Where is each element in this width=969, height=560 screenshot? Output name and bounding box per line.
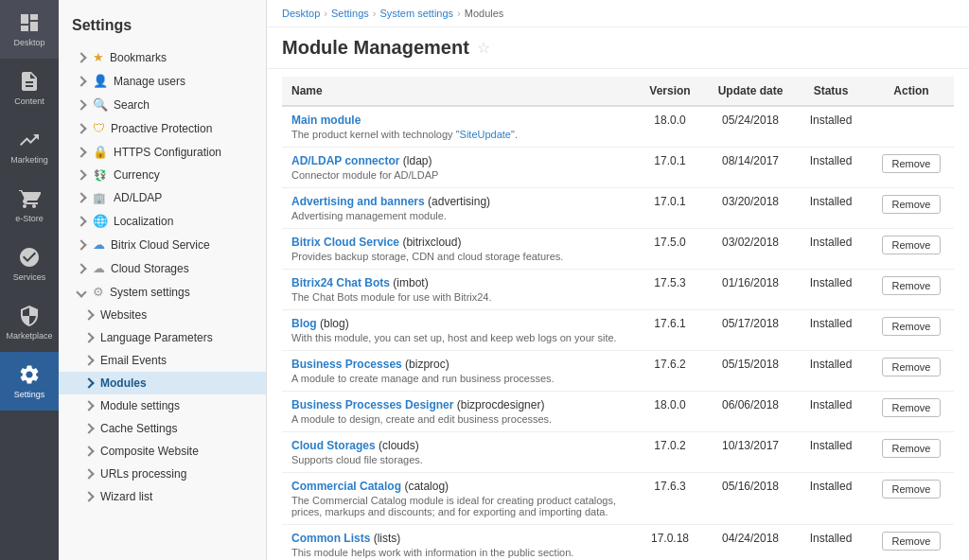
module-name[interactable]: Bitrix Cloud Service	[291, 236, 399, 249]
module-name[interactable]: Common Lists	[291, 532, 370, 545]
module-code: (clouds)	[376, 439, 419, 452]
cell-version: 17.0.18	[632, 525, 708, 561]
nav-label-marketing: Marketing	[10, 155, 48, 165]
module-name[interactable]: Main module	[291, 114, 361, 127]
breadcrumb-settings[interactable]: Settings	[331, 8, 369, 19]
cell-name: Advertising and banners (advertising)Adv…	[282, 188, 632, 229]
table-row: Commercial Catalog (catalog)The Commerci…	[282, 473, 954, 525]
favorite-star-icon[interactable]: ☆	[477, 39, 490, 57]
arrow-icon	[83, 332, 94, 342]
module-desc: With this module, you can set up, host a…	[291, 332, 623, 343]
remove-button[interactable]: Remove	[882, 154, 942, 173]
remove-button[interactable]: Remove	[882, 317, 942, 336]
sidebar-item-wizard-list[interactable]: Wizard list	[59, 485, 266, 508]
module-name[interactable]: Business Processes	[291, 358, 402, 371]
nav-item-marketplace[interactable]: Marketplace	[0, 293, 59, 352]
search-icon: 🔍	[93, 97, 108, 112]
sidebar-item-currency[interactable]: 💱 Currency	[59, 164, 266, 186]
sidebar-item-manage-users[interactable]: 👤 Manage users	[59, 69, 266, 93]
module-code: (advertising)	[425, 195, 490, 208]
nav-label-services: Services	[13, 272, 46, 282]
cell-date: 05/16/2018	[708, 473, 793, 525]
module-desc: A module to create manage and run busine…	[291, 373, 623, 384]
module-name[interactable]: Blog	[291, 317, 317, 330]
nav-item-desktop[interactable]: Desktop	[0, 0, 59, 59]
table-row: Blog (blog)With this module, you can set…	[282, 310, 954, 351]
table-row: AD/LDAP connector (ldap)Connector module…	[282, 148, 954, 188]
module-name[interactable]: Advertising and banners	[291, 195, 425, 208]
breadcrumb-sep3: ›	[457, 8, 461, 19]
sidebar-item-language-params[interactable]: Language Parameters	[59, 326, 266, 349]
sidebar-item-system-settings[interactable]: ⚙ System settings	[59, 280, 266, 304]
arrow-icon	[83, 468, 94, 479]
cell-version: 17.0.1	[632, 188, 708, 229]
cell-action: Remove	[869, 310, 954, 351]
remove-button[interactable]: Remove	[882, 276, 942, 295]
remove-button[interactable]: Remove	[882, 398, 942, 417]
sidebar-item-websites[interactable]: Websites	[59, 304, 266, 326]
col-header-action: Action	[869, 77, 954, 106]
main-content: Desktop › Settings › System settings › M…	[267, 0, 969, 560]
module-desc: Connector module for AD/LDAP	[291, 169, 623, 181]
sidebar-item-search[interactable]: 🔍 Search	[59, 93, 266, 116]
table-container: Name Version Update date Status Action M…	[267, 69, 969, 560]
arrow-icon	[83, 446, 94, 456]
cell-name: Business Processes (bizproc)A module to …	[282, 351, 632, 392]
sidebar-item-composite-website[interactable]: Composite Website	[59, 440, 266, 463]
cell-version: 18.0.0	[632, 106, 708, 148]
module-name[interactable]: Bitrix24 Chat Bots	[291, 276, 390, 289]
remove-button[interactable]: Remove	[882, 195, 942, 214]
arrow-icon	[76, 123, 86, 133]
cell-status: Installed	[793, 106, 869, 148]
table-header-row: Name Version Update date Status Action	[282, 77, 954, 106]
sidebar-item-https[interactable]: 🔒 HTTPS Configuration	[59, 140, 266, 164]
sidebar-item-bitrix-cloud[interactable]: ☁ Bitrix Cloud Service	[59, 233, 266, 256]
module-desc: Supports cloud file storages.	[291, 454, 623, 465]
sidebar-item-module-settings[interactable]: Module settings	[59, 394, 266, 417]
ldap-icon: 🏢	[93, 192, 108, 204]
cell-version: 17.6.2	[632, 351, 708, 392]
module-code: (ldap)	[399, 154, 432, 167]
nav-item-content[interactable]: Content	[0, 59, 59, 117]
arrow-icon	[76, 263, 86, 273]
sidebar-item-proactive-protection[interactable]: 🛡 Proactive Protection	[59, 116, 266, 140]
remove-button[interactable]: Remove	[882, 480, 942, 499]
breadcrumb-system-settings[interactable]: System settings	[379, 8, 453, 19]
cell-name: Business Processes Designer (bizprocdesi…	[282, 392, 632, 432]
sidebar-item-urls-processing[interactable]: URLs processing	[59, 463, 266, 485]
sidebar-item-cache-settings[interactable]: Cache Settings	[59, 417, 266, 440]
modules-table: Name Version Update date Status Action M…	[282, 77, 954, 560]
module-desc-link[interactable]: SiteUpdate	[460, 129, 511, 140]
module-name[interactable]: Cloud Storages	[291, 439, 376, 452]
sidebar-item-bookmarks[interactable]: ★ Bookmarks	[59, 45, 266, 69]
module-name[interactable]: Commercial Catalog	[291, 480, 401, 493]
lock-icon: 🔒	[93, 145, 108, 159]
module-name[interactable]: AD/LDAP connector	[291, 154, 399, 167]
module-name[interactable]: Business Processes Designer	[291, 398, 453, 411]
remove-button[interactable]: Remove	[882, 439, 942, 458]
cell-date: 04/24/2018	[708, 525, 793, 561]
module-desc: This module helps work with information …	[291, 547, 623, 558]
breadcrumb-desktop[interactable]: Desktop	[282, 8, 320, 19]
sidebar-item-email-events[interactable]: Email Events	[59, 349, 266, 372]
remove-button[interactable]: Remove	[882, 358, 942, 376]
module-desc: The product kernel with technology "Site…	[291, 129, 623, 140]
nav-item-settings[interactable]: Settings	[0, 352, 59, 411]
module-desc: Provides backup storage, CDN and cloud s…	[291, 251, 623, 262]
remove-button[interactable]: Remove	[882, 236, 942, 254]
nav-item-marketing[interactable]: Marketing	[0, 117, 59, 176]
table-row: Business Processes (bizproc)A module to …	[282, 351, 954, 392]
breadcrumb-sep1: ›	[324, 8, 327, 19]
remove-button[interactable]: Remove	[882, 532, 942, 551]
sidebar-item-cloud-storages[interactable]: ☁ Cloud Storages	[59, 256, 266, 280]
arrow-icon	[76, 192, 86, 202]
sidebar-item-adldap[interactable]: 🏢 AD/LDAP	[59, 186, 266, 209]
nav-item-estore[interactable]: e-Store	[0, 176, 59, 235]
module-code: (imbot)	[390, 276, 429, 289]
cell-date: 03/20/2018	[708, 188, 793, 229]
cell-status: Installed	[793, 148, 869, 188]
sidebar-item-localization[interactable]: 🌐 Localization	[59, 209, 266, 233]
cell-status: Installed	[793, 310, 869, 351]
sidebar-item-modules[interactable]: Modules	[59, 372, 266, 394]
nav-item-services[interactable]: Services	[0, 235, 59, 293]
